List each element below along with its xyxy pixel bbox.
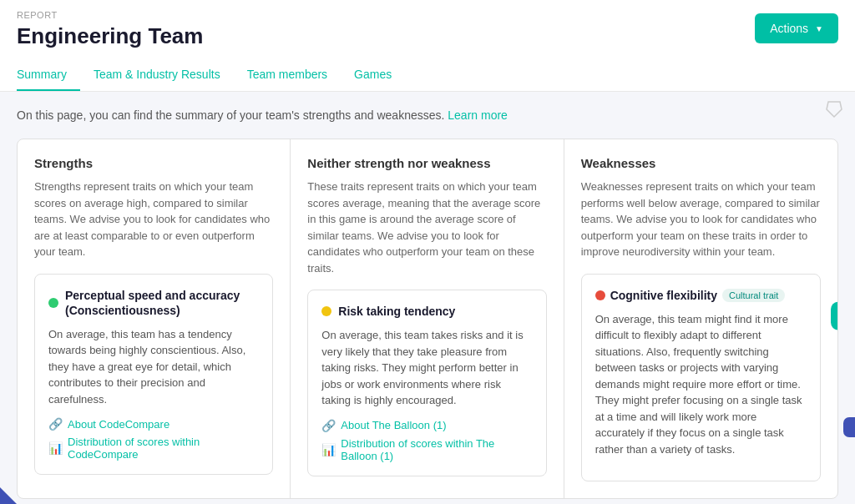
- learn-more-link[interactable]: Learn more: [448, 108, 508, 122]
- neutral-trait-desc: On average, this team takes risks and it…: [321, 327, 532, 409]
- side-tab-teal: [831, 302, 838, 330]
- strengths-trait-header: Perceptual speed and accuracy (Conscient…: [48, 288, 259, 318]
- strengths-trait-name: Perceptual speed and accuracy (Conscient…: [65, 288, 259, 318]
- decoration-top: [825, 100, 843, 118]
- strengths-column: Strengths Strengths represent traits on …: [18, 139, 291, 498]
- chart-icon-2: 📊: [321, 443, 336, 456]
- yellow-dot: [321, 306, 331, 316]
- page-title: Engineering Team: [17, 23, 838, 49]
- actions-button[interactable]: Actions ▼: [755, 13, 838, 43]
- tab-team-industry[interactable]: Team & Industry Results: [90, 59, 234, 91]
- strengths-trait-desc: On average, this team has a tendency tow…: [48, 326, 259, 408]
- strengths-trait-card: Perceptual speed and accuracy (Conscient…: [34, 274, 273, 476]
- neutral-links: 🔗 About The Balloon (1) 📊 Distribution o…: [321, 419, 532, 462]
- neutral-link-1[interactable]: 🔗 About The Balloon (1): [321, 419, 532, 432]
- cultural-trait-badge: Cultural trait: [722, 289, 785, 302]
- orange-dot: [595, 290, 605, 300]
- tab-summary[interactable]: Summary: [17, 59, 80, 91]
- strengths-header: Strengths: [34, 156, 273, 170]
- strengths-link-1[interactable]: 🔗 About CodeCompare: [48, 417, 259, 431]
- chart-icon-1: 📊: [48, 441, 63, 455]
- neutral-link-2-label: Distribution of scores within The Balloo…: [341, 437, 532, 462]
- chevron-down-icon: ▼: [815, 24, 823, 33]
- weaknesses-trait-card: Cognitive flexibility Cultural trait On …: [581, 274, 821, 482]
- weaknesses-trait-desc: On average, this team might find it more…: [595, 311, 807, 458]
- report-label: REPORT: [17, 10, 838, 20]
- weaknesses-column: Weaknesses Weaknesses represent traits o…: [564, 139, 837, 498]
- neutral-header: Neither strength nor weakness: [307, 156, 546, 170]
- neutral-link-2[interactable]: 📊 Distribution of scores within The Ball…: [321, 437, 532, 462]
- corner-decoration: [0, 487, 17, 504]
- tab-team-members[interactable]: Team members: [244, 59, 341, 91]
- cards-grid: Strengths Strengths represent traits on …: [17, 139, 838, 499]
- strengths-links: 🔗 About CodeCompare 📊 Distribution of sc…: [48, 417, 259, 461]
- side-tab-blue: [843, 417, 855, 437]
- neutral-desc: These traits represent traits on which y…: [307, 179, 546, 276]
- weaknesses-header: Weaknesses: [581, 156, 821, 170]
- strengths-link-1-label: About CodeCompare: [68, 418, 169, 431]
- green-dot: [48, 298, 58, 308]
- neutral-trait-header: Risk taking tendency: [321, 304, 532, 319]
- tab-games[interactable]: Games: [351, 59, 405, 91]
- weaknesses-trait-name: Cognitive flexibility: [610, 288, 717, 303]
- neutral-trait-card: Risk taking tendency On average, this te…: [307, 290, 546, 476]
- strengths-desc: Strengths represent traits on which your…: [34, 179, 273, 260]
- link-icon-1: 🔗: [48, 417, 63, 431]
- weaknesses-desc: Weaknesses represent traits on which you…: [581, 179, 821, 260]
- strengths-link-2-label: Distribution of scores within CodeCompar…: [68, 436, 259, 461]
- neutral-trait-name: Risk taking tendency: [338, 304, 455, 319]
- actions-label: Actions: [770, 22, 808, 35]
- neutral-column: Neither strength nor weakness These trai…: [291, 139, 564, 498]
- weaknesses-trait-header: Cognitive flexibility Cultural trait: [595, 288, 807, 303]
- link-icon-2: 🔗: [321, 419, 336, 432]
- strengths-link-2[interactable]: 📊 Distribution of scores within CodeComp…: [48, 436, 259, 461]
- intro-text: On this page, you can find the summary o…: [17, 108, 838, 122]
- neutral-link-1-label: About The Balloon (1): [341, 419, 446, 431]
- tabs-nav: Summary Team & Industry Results Team mem…: [17, 59, 838, 91]
